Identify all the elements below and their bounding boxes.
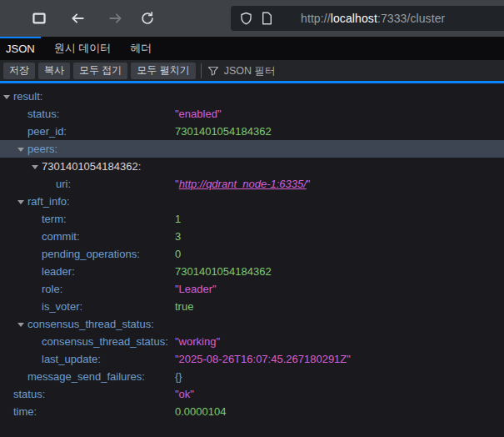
json-value: 3	[175, 228, 181, 245]
json-key: raft_info:	[27, 195, 70, 208]
json-row[interactable]: time:0.0000104	[0, 403, 504, 420]
json-value: "working"	[175, 333, 220, 350]
json-value: true	[175, 298, 193, 315]
json-value: "http://qdrant_node-1:6335/"	[175, 175, 310, 193]
json-row[interactable]: peers:	[0, 140, 504, 158]
json-row[interactable]: raft_info:	[0, 193, 504, 210]
json-row[interactable]: consensus_thread_status:"working"	[0, 333, 504, 350]
json-row[interactable]: leader:7301401054184362	[0, 263, 504, 280]
json-value: "enabled"	[175, 105, 222, 123]
reload-button[interactable]	[136, 7, 159, 30]
json-row[interactable]: pending_operations:0	[0, 245, 504, 263]
expand-arrow-icon[interactable]	[17, 141, 27, 158]
json-row[interactable]: consensus_thread_status:	[0, 315, 504, 333]
json-value: 0	[175, 245, 181, 263]
expand-arrow-icon[interactable]	[17, 316, 27, 334]
json-row[interactable]: uri:"http://qdrant_node-1:6335/"	[0, 175, 504, 193]
json-key: role:	[42, 283, 62, 295]
save-button[interactable]: 저장	[3, 63, 35, 79]
json-value: 0.0000104	[175, 403, 226, 420]
json-row[interactable]: last_update:"2025-08-26T16:07:45.2671802…	[0, 350, 504, 368]
json-key: result:	[13, 90, 42, 103]
tab-raw-data[interactable]: 원시 데이터	[48, 37, 117, 60]
json-value: 7301401054184362	[175, 123, 272, 140]
json-key: 7301401054184362:	[42, 160, 141, 173]
expand-arrow-icon[interactable]	[17, 193, 27, 211]
expand-arrow-icon[interactable]	[3, 88, 13, 106]
json-row[interactable]: peer_id:7301401054184362	[0, 123, 504, 140]
forward-button[interactable]	[104, 7, 127, 30]
json-key: uri:	[56, 178, 71, 190]
filter-funnel-icon	[207, 65, 219, 77]
json-row[interactable]: status:"enabled"	[0, 105, 504, 123]
json-row[interactable]: term:1	[0, 210, 504, 228]
json-row[interactable]: status:"ok"	[0, 385, 504, 403]
json-row[interactable]: is_voter:true	[0, 298, 504, 315]
json-key: status:	[27, 108, 59, 120]
back-button[interactable]	[66, 7, 89, 30]
json-key: pending_operations:	[42, 248, 140, 260]
collapse-all-button[interactable]: 모두 접기	[73, 63, 127, 79]
json-value: "ok"	[175, 385, 194, 403]
tab-json[interactable]: JSON	[0, 37, 41, 60]
json-row[interactable]: role:"Leader"	[0, 280, 504, 298]
json-key: peers:	[27, 143, 57, 155]
uri-link[interactable]: http://qdrant_node-1:6335/	[179, 178, 307, 190]
json-key: is_voter:	[42, 300, 82, 313]
url-path: :7333/cluster	[377, 12, 445, 25]
json-row[interactable]: result:	[0, 88, 504, 105]
json-key: consensus_thread_status:	[42, 335, 168, 348]
json-actionbar: 저장 복사 모두 접기 모두 펼치기	[0, 60, 504, 83]
json-row[interactable]: message_send_failures:{}	[0, 368, 504, 385]
json-value: 7301401054184362	[175, 263, 272, 280]
json-key: message_send_failures:	[27, 370, 145, 383]
browser-window: http://localhost:7333/cluster JSON 원시 데이…	[0, 0, 504, 437]
json-key: time:	[13, 405, 37, 418]
tab-square-icon[interactable]	[27, 7, 51, 30]
expand-arrow-icon[interactable]	[32, 158, 42, 176]
shield-icon[interactable]	[239, 12, 253, 26]
json-value: "2025-08-26T16:07:45.267180291Z"	[175, 350, 351, 368]
filter-box	[207, 65, 504, 77]
toolbar-separator	[201, 63, 202, 78]
json-value: "Leader"	[175, 280, 217, 298]
json-row[interactable]: 7301401054184362:	[0, 158, 504, 175]
browser-toolbar: http://localhost:7333/cluster	[0, 0, 504, 37]
json-viewer-tabstrip: JSON 원시 데이터 헤더	[0, 37, 504, 60]
page-info-icon[interactable]	[261, 12, 273, 25]
json-tree: result:status:"enabled"peer_id:730140105…	[0, 86, 504, 437]
json-key: commit:	[42, 230, 80, 243]
json-value: {}	[175, 368, 182, 385]
tab-headers[interactable]: 헤더	[124, 37, 157, 60]
json-key: consensus_thread_status:	[27, 318, 154, 330]
url-host: localhost	[331, 12, 377, 25]
json-key: term:	[42, 213, 67, 225]
json-value: 1	[175, 210, 181, 228]
json-key: status:	[13, 388, 45, 400]
expand-all-button[interactable]: 모두 펼치기	[131, 63, 195, 79]
json-key: peer_id:	[27, 125, 67, 138]
json-key: last_update:	[42, 353, 101, 365]
url-bar[interactable]: http://localhost:7333/cluster	[231, 6, 504, 31]
json-filter-input[interactable]	[224, 65, 474, 77]
copy-button[interactable]: 복사	[38, 63, 70, 79]
url-scheme: http://	[301, 12, 331, 25]
json-row[interactable]: commit:3	[0, 228, 504, 245]
url-text: http://localhost:7333/cluster	[301, 12, 445, 25]
json-key: leader:	[42, 265, 75, 278]
